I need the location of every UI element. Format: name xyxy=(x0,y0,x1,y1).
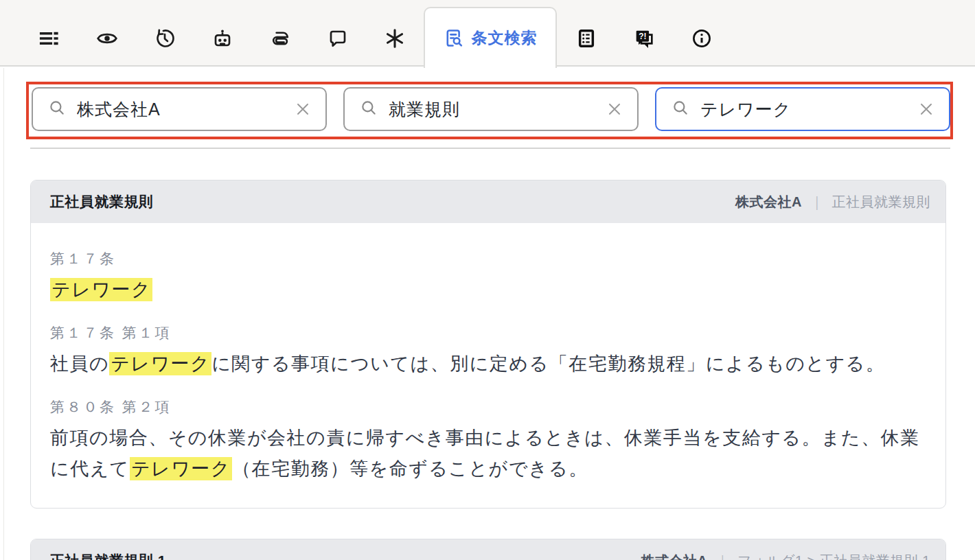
info-icon[interactable] xyxy=(689,26,714,51)
result-title: 正社員就業規則 1 xyxy=(50,551,166,560)
result-card[interactable]: 正社員就業規則 株式会社A ｜ 正社員就業規則 第１７条テレワーク第１７条 第１… xyxy=(30,180,946,509)
highlighted-term: テレワーク xyxy=(109,352,211,375)
keyword-search-input[interactable] xyxy=(700,100,916,119)
section-text: 社員のテレワークに関する事項については、別に定める「在宅勤務規程」によるものとす… xyxy=(50,349,926,380)
search-field-company[interactable] xyxy=(32,87,327,131)
panel-edge-line xyxy=(3,68,4,560)
close-x-icon[interactable] xyxy=(292,99,313,119)
faq-chat-icon[interactable]: ?! xyxy=(632,26,656,51)
robot-icon[interactable] xyxy=(210,26,235,51)
result-company: 株式会社A xyxy=(735,193,802,211)
search-field-document[interactable] xyxy=(343,87,639,131)
close-x-icon[interactable] xyxy=(916,99,937,119)
result-card-header: 正社員就業規則 株式会社A ｜ 正社員就業規則 xyxy=(31,180,945,223)
app-window: 条文検索 ?! xyxy=(0,0,975,560)
search-fields-row xyxy=(32,87,950,131)
section-divider xyxy=(30,148,950,149)
magnifier-icon xyxy=(360,99,378,119)
section-label: 第８０条 第２項 xyxy=(50,397,926,417)
result-card[interactable]: 正社員就業規則 1 株式会社A ｜ フォルダ1 > 正社員就業規則 1 xyxy=(30,539,946,560)
section-label: 第１７条 第１項 xyxy=(50,323,926,342)
comment-icon[interactable] xyxy=(325,26,350,51)
result-meta: 株式会社A ｜ フォルダ1 > 正社員就業規則 1 xyxy=(641,552,930,560)
result-path: 正社員就業規則 xyxy=(832,193,931,211)
magnifier-icon xyxy=(48,99,66,119)
result-card-header: 正社員就業規則 1 株式会社A ｜ フォルダ1 > 正社員就業規則 1 xyxy=(31,539,945,560)
list-menu-icon[interactable] xyxy=(36,26,61,51)
close-x-icon[interactable] xyxy=(604,99,625,119)
document-search-icon xyxy=(444,27,465,49)
result-company: 株式会社A xyxy=(641,552,707,560)
magnifier-icon xyxy=(672,99,689,119)
tab-article-search[interactable]: 条文検索 xyxy=(424,7,557,68)
result-path: フォルダ1 > 正社員就業規則 1 xyxy=(737,552,930,560)
tab-label: 条文検索 xyxy=(472,27,538,49)
search-field-keyword[interactable] xyxy=(655,87,950,131)
document-search-input[interactable] xyxy=(389,100,604,119)
asterisk-icon[interactable] xyxy=(382,26,407,51)
toolbar: 条文検索 ?! xyxy=(0,0,975,67)
company-search-input[interactable] xyxy=(77,100,292,119)
meta-separator: ｜ xyxy=(802,193,832,211)
results-list: 正社員就業規則 株式会社A ｜ 正社員就業規則 第１７条テレワーク第１７条 第１… xyxy=(30,180,946,560)
result-title: 正社員就業規則 xyxy=(50,192,154,211)
svg-text:?!: ?! xyxy=(639,32,646,41)
paperclip-icon[interactable] xyxy=(268,26,292,51)
highlighted-term: テレワーク xyxy=(50,278,152,301)
section-label: 第１７条 xyxy=(50,249,926,268)
history-icon[interactable] xyxy=(152,26,177,51)
result-meta: 株式会社A ｜ 正社員就業規則 xyxy=(735,193,930,211)
section-text: テレワーク xyxy=(50,275,926,305)
meta-separator: ｜ xyxy=(707,552,737,560)
section-text: 前項の場合、その休業が会社の責に帰すべき事由によるときは、休業手当を支給する。ま… xyxy=(50,423,926,485)
result-body: 第１７条テレワーク第１７条 第１項社員のテレワークに関する事項については、別に定… xyxy=(31,223,945,508)
form-list-icon[interactable] xyxy=(574,26,599,51)
eye-icon[interactable] xyxy=(95,26,119,51)
highlighted-term: テレワーク xyxy=(130,457,232,480)
